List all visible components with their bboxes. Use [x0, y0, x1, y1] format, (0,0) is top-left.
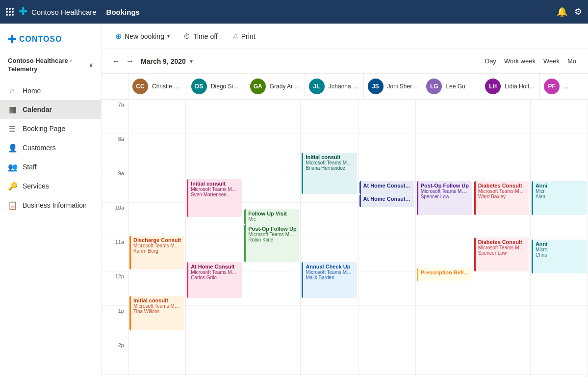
hour-row	[358, 340, 415, 375]
next-arrow[interactable]: →	[123, 55, 137, 68]
time-off-button[interactable]: ⏱ Time off	[178, 29, 224, 43]
event-sub2: Briana Hernandez	[306, 165, 354, 171]
hour-row	[473, 134, 530, 168]
sidebar-org-name: Contoso Healthcare - Telemetry	[8, 57, 89, 74]
calendar-event[interactable]: Anni Micr Alan	[532, 181, 587, 215]
new-booking-button[interactable]: ⊕ New booking ▾	[109, 28, 176, 44]
hour-row	[531, 271, 588, 306]
time-slot: 7a	[102, 100, 128, 134]
cal-col-ga: Follow Up Visit Mic Post-Op Follow Up Mi…	[243, 100, 301, 377]
calendar-event[interactable]: Follow Up Visit Mic	[244, 209, 299, 224]
hour-row	[358, 271, 415, 306]
event-title: Diabetes Consult	[478, 239, 527, 245]
event-sub2: Robin Kline	[248, 237, 297, 242]
calendar-event[interactable]: Initial consult Microsoft Teams Meetir T…	[129, 296, 184, 330]
time-slot: 2p	[102, 340, 128, 375]
view-month[interactable]: Mo	[563, 55, 580, 67]
event-title: Initial consult	[191, 181, 239, 187]
time-slot: 3p	[102, 375, 128, 377]
avatar: JL	[309, 79, 325, 94]
staff-name: Diego Siciliani	[211, 83, 242, 90]
hour-row	[243, 100, 300, 134]
event-sub2: Carlos Grilo	[191, 275, 239, 280]
time-slot: 8a	[102, 134, 128, 168]
time-slot: 12p	[102, 271, 128, 306]
hour-row	[416, 134, 473, 168]
sidebar-item-services-label: Services	[23, 182, 49, 190]
sidebar-item-business-info[interactable]: 📋 Business Information	[0, 196, 101, 215]
calendar-event[interactable]: Initial consult Microsoft Teams Meetir B…	[302, 153, 357, 194]
date-expand-icon[interactable]: ▾	[190, 58, 193, 65]
hour-row	[531, 340, 588, 375]
calendar-event[interactable]: Discharge Consult Microsoft Teams Meetir…	[129, 236, 184, 269]
hour-row	[128, 100, 185, 134]
avatar: PF	[544, 79, 560, 94]
current-date[interactable]: March 9, 2020	[141, 57, 186, 65]
calendar-nav-row: ← → March 9, 2020 ▾ Day Work week Week M…	[102, 49, 588, 74]
calendar-event[interactable]: Post-Op Follow Up Microsoft Teams Meetir…	[244, 224, 299, 262]
calendar-event[interactable]: At Home Consult N	[359, 194, 414, 208]
hour-row	[473, 100, 530, 134]
hour-row	[301, 203, 358, 237]
staff-name: ...	[563, 83, 568, 90]
hour-row	[416, 100, 473, 134]
event-sub2: Spencer Low	[478, 250, 527, 256]
time-slot: 1p	[102, 306, 128, 340]
sidebar-item-services[interactable]: 🔑 Services	[0, 177, 101, 196]
sidebar-item-customers[interactable]: 👤 Customers	[0, 138, 101, 158]
sidebar-item-booking-page[interactable]: ☰ Booking Page	[0, 119, 101, 138]
sidebar-org-selector[interactable]: Contoso Healthcare - Telemetry ∨	[0, 53, 101, 81]
sidebar-org-chevron-icon: ∨	[89, 62, 93, 69]
calendar-event[interactable]: Prescription Refill N	[417, 268, 472, 281]
view-work-week[interactable]: Work week	[500, 55, 539, 67]
staff-name: Christie Cline	[152, 83, 183, 90]
prev-arrow[interactable]: ←	[109, 55, 123, 68]
cal-col-lh: Diabetes Consult Microsoft Teams Meetir …	[473, 100, 531, 377]
settings-icon[interactable]: ⚙	[574, 6, 582, 17]
staff-icon: 👥	[8, 162, 17, 172]
calendar-event[interactable]: Anni Micro Chris	[532, 240, 587, 273]
calendar-event[interactable]: Diabetes Consult Microsoft Teams Meetir …	[474, 238, 529, 271]
avatar: GA	[250, 79, 266, 94]
calendar-event[interactable]: Annual Check Up Microsoft Teams Meetir M…	[302, 262, 357, 298]
sidebar-item-staff[interactable]: 👥 Staff	[0, 158, 101, 177]
cal-col-lg: Post-Op Follow Up Microsoft Teams Meetir…	[416, 100, 473, 377]
apps-icon[interactable]	[6, 8, 14, 16]
hour-row	[358, 237, 415, 271]
sidebar-item-calendar[interactable]: ▦ Calendar	[0, 100, 101, 119]
sidebar-item-home[interactable]: ⌂ Home	[0, 81, 101, 100]
hour-row	[358, 375, 415, 377]
view-week[interactable]: Week	[539, 55, 563, 67]
calendar-event[interactable]: At Home Consult Microsoft Teams Meetir C…	[187, 262, 242, 298]
hour-row	[473, 271, 530, 306]
calendar-event[interactable]: Diabetes Consult Microsoft Teams Meetir …	[474, 181, 529, 215]
sidebar-item-home-label: Home	[23, 87, 41, 95]
calendar-event[interactable]: At Home Consult N	[359, 181, 414, 194]
calendar-icon: ▦	[8, 105, 17, 114]
notification-icon[interactable]: 🔔	[557, 6, 567, 17]
print-button[interactable]: 🖨 Print	[226, 29, 261, 43]
hour-row	[358, 134, 415, 168]
event-title: Anni	[536, 183, 584, 188]
event-sub2: Malik Barden	[306, 275, 354, 280]
calendar-event[interactable]: Initial consult Microsoft Teams Meetir S…	[187, 179, 242, 217]
hour-row	[358, 100, 415, 134]
event-title: Anni	[536, 241, 584, 247]
event-sub1: Microsoft Teams Meetir	[191, 269, 239, 275]
hour-row	[531, 134, 588, 168]
hour-row	[128, 340, 185, 375]
time-slot: 9a	[102, 168, 128, 203]
event-sub2: Alan	[536, 194, 584, 199]
staff-header-js: JS Joni Sherman	[364, 74, 423, 99]
calendar-event[interactable]: Post-Op Follow Up Microsoft Teams Meetir…	[417, 181, 472, 215]
hour-row	[473, 340, 530, 375]
hour-row	[416, 375, 473, 377]
app-name: Bookings	[106, 8, 140, 16]
view-day[interactable]: Day	[481, 55, 500, 67]
event-sub1: Microsoft Teams Meetir	[248, 232, 297, 237]
hour-row	[243, 340, 300, 375]
sidebar: ✚ CONTOSO Contoso Healthcare - Telemetry…	[0, 24, 102, 377]
event-sub1: Microsoft Teams Meetir	[133, 303, 182, 309]
sidebar-item-calendar-label: Calendar	[23, 106, 52, 113]
hour-row	[531, 100, 588, 134]
